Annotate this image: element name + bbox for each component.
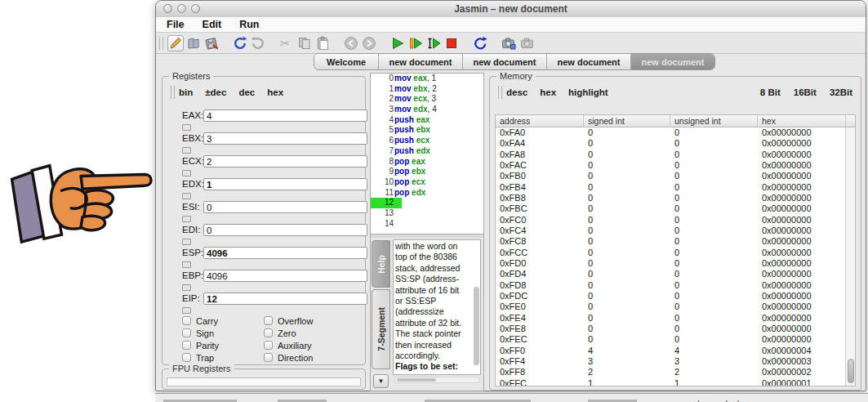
memory-row-0xFA0[interactable]: 0xFA0000x00000000 — [496, 127, 845, 138]
register-field-ebp[interactable] — [203, 270, 367, 282]
memory-row-0xFDC[interactable]: 0xFDC000x00000000 — [496, 291, 845, 302]
memory-row-0xFE8[interactable]: 0xFE8000x00000000 — [496, 324, 845, 334]
tab-new-document-1[interactable]: new document — [379, 54, 463, 69]
checkbox-icon[interactable] — [264, 316, 273, 325]
memory-row-0xFFC[interactable]: 0xFFC110x00000001 — [496, 378, 845, 386]
memory-row-0xFF8[interactable]: 0xFF8220x00000002 — [496, 367, 845, 377]
code-line-2[interactable]: 2mov ecx, 3 — [371, 94, 483, 105]
code-line-7[interactable]: 7push edx — [371, 146, 483, 157]
memory-row-0xFAC[interactable]: 0xFAC000x00000000 — [496, 160, 845, 171]
register-field-ecx[interactable] — [203, 155, 367, 168]
tab-new-document-2[interactable]: new document — [463, 54, 547, 69]
checkbox-icon[interactable] — [264, 341, 273, 350]
register-field-esi[interactable] — [203, 201, 367, 213]
register-field-eip[interactable] — [203, 293, 367, 305]
code-line-12[interactable]: 12 — [371, 198, 483, 208]
code-line-5[interactable]: 5push ebx — [371, 125, 483, 136]
column-header-signed-int[interactable]: signed int — [584, 115, 670, 127]
memory-highlight-button[interactable]: highlight — [568, 87, 608, 97]
checkbox-icon[interactable] — [264, 353, 273, 362]
memory-scrollbar[interactable] — [845, 127, 855, 386]
register-expand-icon[interactable] — [182, 307, 191, 314]
format-sdec-button[interactable]: ±dec — [205, 87, 226, 97]
memory-8bit-button[interactable]: 8 Bit — [760, 87, 781, 97]
checkbox-icon[interactable] — [264, 328, 273, 337]
checkbox-icon[interactable] — [182, 341, 191, 350]
register-expand-icon[interactable] — [182, 170, 191, 176]
code-area[interactable]: 0mov eax, 11mov ebx, 22mov ecx, 33mov ed… — [371, 74, 483, 234]
flag-sign[interactable]: Sign — [182, 327, 264, 339]
flag-trap[interactable]: Trap — [182, 351, 264, 364]
help-text-box[interactable]: with the word ontop of the 80386stack, a… — [393, 239, 481, 375]
tab-welcome[interactable]: Welcome — [314, 54, 379, 69]
memory-table-header[interactable]: addresssigned intunsigned inthex — [496, 115, 855, 127]
register-expand-icon[interactable] — [182, 147, 191, 154]
help-vertical-scrollbar[interactable] — [474, 287, 479, 365]
open-icon[interactable] — [185, 35, 202, 51]
code-line-0[interactable]: 0mov eax, 1 — [371, 74, 483, 84]
run-icon[interactable] — [389, 35, 406, 51]
column-header-address[interactable]: address — [496, 115, 584, 127]
step-icon[interactable] — [407, 35, 424, 51]
new-icon[interactable] — [167, 35, 184, 51]
column-header-scroll-corner[interactable] — [846, 115, 855, 127]
save-icon[interactable] — [203, 35, 220, 51]
code-line-10[interactable]: 10pop ecx — [371, 177, 483, 188]
memory-row-0xFA8[interactable]: 0xFA8000x00000000 — [496, 150, 845, 160]
checkbox-icon[interactable] — [182, 328, 191, 337]
column-header-unsigned-int[interactable]: unsigned int — [670, 115, 758, 127]
memory-row-0xFD0[interactable]: 0xFD0000x00000000 — [496, 258, 845, 269]
format-bin-button[interactable]: bin — [179, 87, 193, 97]
format-hex-button[interactable]: hex — [267, 87, 283, 97]
register-field-edx[interactable] — [203, 178, 367, 190]
register-expand-icon[interactable] — [182, 284, 191, 291]
memory-row-0xFB4[interactable]: 0xFB4000x00000000 — [496, 182, 845, 193]
memory-32bit-button[interactable]: 32Bit — [830, 87, 852, 97]
title-bar[interactable]: Jasmin – new document — [156, 1, 866, 18]
memory-row-0xFE0[interactable]: 0xFE0000x00000000 — [496, 302, 845, 312]
memory-16bit-button[interactable]: 16Bit — [794, 87, 817, 97]
code-line-1[interactable]: 1mov ebx, 2 — [371, 84, 483, 95]
column-header-hex[interactable]: hex — [758, 115, 846, 127]
tab-new-document-4[interactable]: new document — [631, 54, 714, 69]
flag-parity[interactable]: Parity — [182, 339, 264, 351]
checkbox-icon[interactable] — [182, 353, 191, 362]
snapshot-icon[interactable] — [501, 35, 517, 51]
flag-direction[interactable]: Direction — [264, 351, 362, 364]
collapse-help-button[interactable]: ▼ — [373, 374, 389, 388]
tab-7-segment[interactable]: 7-Segment — [372, 289, 390, 369]
code-line-8[interactable]: 8pop eax — [371, 157, 483, 168]
register-field-edi[interactable] — [203, 224, 367, 236]
register-expand-icon[interactable] — [182, 193, 191, 199]
register-expand-icon[interactable] — [182, 239, 191, 245]
memory-row-0xFCC[interactable]: 0xFCC000x00000000 — [496, 248, 845, 258]
flag-overflow[interactable]: Overflow — [264, 315, 362, 327]
help-horizontal-scrollbar[interactable] — [394, 377, 480, 383]
register-field-esp[interactable] — [203, 247, 367, 259]
memory-row-0xFBC[interactable]: 0xFBC000x00000000 — [496, 203, 845, 214]
memory-row-0xFF0[interactable]: 0xFF0440x00000004 — [496, 346, 845, 356]
memory-hex-button[interactable]: hex — [540, 87, 556, 97]
register-expand-icon[interactable] — [182, 124, 191, 131]
toolbar-grip[interactable] — [171, 86, 175, 99]
code-line-14[interactable]: 14 — [371, 219, 483, 230]
paste-icon[interactable] — [314, 35, 331, 51]
undo-icon[interactable] — [232, 35, 248, 51]
toolbar-grip[interactable] — [498, 86, 502, 99]
register-expand-icon[interactable] — [182, 261, 191, 268]
menu-edit[interactable]: Edit — [203, 19, 222, 30]
memory-row-0xFC4[interactable]: 0xFC4000x00000000 — [496, 226, 845, 236]
memory-scrollbar-thumb[interactable] — [848, 359, 854, 383]
run-to-cursor-icon[interactable] — [425, 35, 442, 51]
flag-auxiliary[interactable]: Auxiliary — [264, 339, 362, 351]
reset-icon[interactable] — [472, 35, 488, 51]
memory-row-0xFF4[interactable]: 0xFF4330x00000003 — [496, 356, 845, 367]
memory-table-body[interactable]: 0xFA0000x000000000xFA4000x000000000xFA80… — [496, 127, 845, 386]
memory-row-0xFB0[interactable]: 0xFB0000x00000000 — [496, 171, 845, 181]
tab-help[interactable]: Help — [372, 240, 390, 288]
stop-icon[interactable] — [443, 35, 460, 51]
register-field-ebx[interactable] — [203, 132, 367, 145]
memory-row-0xFEC[interactable]: 0xFEC000x00000000 — [496, 334, 845, 345]
format-dec-button[interactable]: dec — [238, 87, 255, 97]
register-field-eax[interactable] — [203, 109, 367, 122]
